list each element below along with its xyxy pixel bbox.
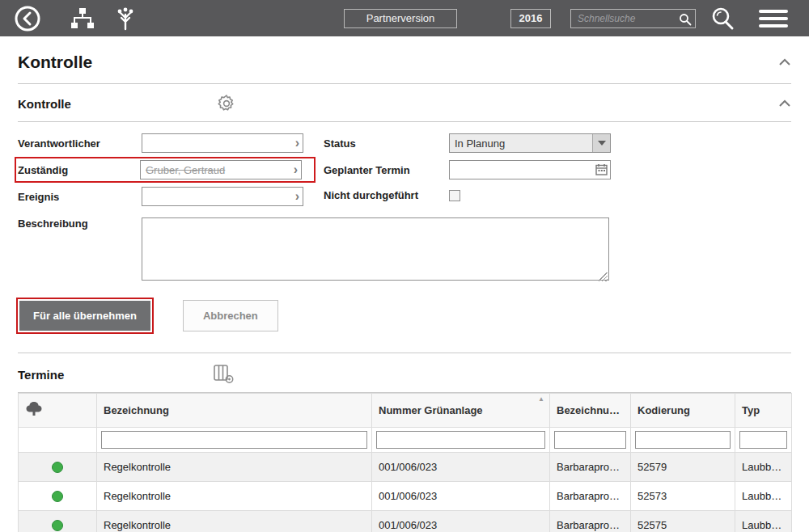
quick-search-input[interactable] bbox=[571, 13, 722, 24]
cell-kodierung[interactable]: 52573 bbox=[631, 482, 735, 511]
verantwortlicher-label: Verantwortlicher bbox=[18, 137, 142, 150]
page-title: Kontrolle bbox=[18, 53, 92, 72]
termine-section-header: Termine bbox=[18, 353, 791, 393]
menu-icon[interactable] bbox=[759, 10, 788, 27]
nicht-durchgefuehrt-checkbox[interactable] bbox=[449, 190, 460, 201]
tree-icon[interactable] bbox=[113, 6, 138, 31]
tree-crown-icon bbox=[25, 407, 43, 420]
status-select[interactable]: In Planung bbox=[449, 133, 611, 153]
col-header-bezeichnung2[interactable]: Bezeichnung ... bbox=[550, 394, 631, 428]
zustaendig-row-highlighted: Zuständig › bbox=[15, 157, 316, 183]
status-row: Status In Planung bbox=[324, 133, 631, 153]
page-content: Kontrolle Kontrolle Verantwortlicher › bbox=[0, 36, 809, 532]
status-green-icon bbox=[52, 462, 63, 473]
apply-all-button[interactable]: Für alle übernehmen bbox=[19, 301, 150, 331]
termine-table-body: Regelkontrolle 001/006/023 Barbaraprom..… bbox=[19, 453, 792, 532]
nicht-durchgefuehrt-row: Nicht durchgeführt bbox=[324, 189, 631, 201]
cancel-button[interactable]: Abbrechen bbox=[183, 300, 278, 331]
form-buttons: Für alle übernehmen Abbrechen bbox=[18, 300, 791, 331]
beschreibung-label: Beschreibung bbox=[18, 217, 142, 230]
filter-bezeichnung2-input[interactable] bbox=[554, 431, 626, 449]
cell-bezeichnung2[interactable]: Barbaraprom... bbox=[550, 482, 631, 511]
kontrolle-section-title: Kontrolle bbox=[18, 97, 71, 111]
quick-search bbox=[570, 9, 696, 28]
gear-icon[interactable] bbox=[217, 94, 236, 113]
col-header-typ[interactable]: Typ bbox=[735, 394, 792, 428]
status-dropdown-icon[interactable] bbox=[592, 134, 610, 152]
table-row[interactable]: Regelkontrolle 001/006/023 Barbaraprom..… bbox=[19, 511, 792, 532]
termine-table: Bezeichnung Nummer Grünanlage ▲ Bezeichn… bbox=[18, 393, 792, 532]
sort-ascending-icon[interactable]: ▲ bbox=[538, 395, 544, 403]
zustaendig-input[interactable] bbox=[140, 160, 302, 179]
geplanter-termin-label: Geplanter Termin bbox=[324, 164, 449, 176]
table-row[interactable]: Regelkontrolle 001/006/023 Barbaraprom..… bbox=[19, 482, 792, 511]
verantwortlicher-lookup-icon[interactable]: › bbox=[295, 134, 299, 152]
cell-nummer[interactable]: 001/006/023 bbox=[372, 511, 550, 532]
cell-typ[interactable]: Laubbaum bbox=[735, 511, 792, 532]
org-chart-icon[interactable] bbox=[70, 7, 95, 30]
cell-bezeichnung[interactable]: Regelkontrolle bbox=[97, 453, 372, 482]
zustaendig-label: Zuständig bbox=[18, 164, 140, 176]
filter-typ-input[interactable] bbox=[739, 431, 787, 449]
page-header: Kontrolle bbox=[18, 36, 791, 84]
cell-kodierung[interactable]: 52575 bbox=[631, 511, 735, 532]
year-button[interactable]: 2016 bbox=[510, 9, 551, 28]
status-green-icon bbox=[52, 520, 63, 531]
table-row[interactable]: Regelkontrolle 001/006/023 Barbaraprom..… bbox=[19, 453, 792, 482]
verantwortlicher-input[interactable] bbox=[142, 133, 303, 153]
top-bar: Partnerversion 2016 bbox=[0, 0, 809, 36]
zustaendig-lookup-icon[interactable]: › bbox=[294, 161, 298, 179]
termine-section-title: Termine bbox=[18, 368, 64, 382]
col-header-bezeichnung[interactable]: Bezeichnung bbox=[97, 394, 372, 428]
col-header-nummer[interactable]: Nummer Grünanlage ▲ bbox=[372, 394, 550, 428]
cell-nummer[interactable]: 001/006/023 bbox=[372, 453, 550, 482]
cell-bezeichnung2[interactable]: Barbaraprom... bbox=[550, 453, 631, 482]
partnerversion-button[interactable]: Partnerversion bbox=[344, 9, 457, 28]
calendar-icon[interactable] bbox=[595, 163, 608, 179]
verantwortlicher-row: Verantwortlicher › bbox=[18, 133, 317, 153]
geplanter-termin-input[interactable] bbox=[449, 160, 611, 179]
collapse-kontrolle-icon[interactable] bbox=[778, 99, 791, 108]
status-column-header[interactable] bbox=[19, 394, 97, 428]
column-settings-icon[interactable] bbox=[214, 365, 235, 384]
collapse-page-icon[interactable] bbox=[778, 58, 791, 66]
search-icon[interactable] bbox=[679, 13, 692, 29]
cell-typ[interactable]: Laubbaum bbox=[735, 482, 792, 511]
nicht-durchgefuehrt-label: Nicht durchgeführt bbox=[324, 189, 449, 201]
back-icon[interactable] bbox=[13, 4, 42, 33]
filter-nummer-input[interactable] bbox=[376, 431, 545, 449]
termine-filter-row bbox=[19, 428, 792, 453]
cell-bezeichnung[interactable]: Regelkontrolle bbox=[97, 511, 372, 532]
ereignis-lookup-icon[interactable]: › bbox=[295, 188, 299, 205]
beschreibung-row: Beschreibung bbox=[18, 217, 317, 284]
termine-header-row: Bezeichnung Nummer Grünanlage ▲ Bezeichn… bbox=[19, 394, 792, 428]
kontrolle-form: Verantwortlicher › Zuständig › Ereignis … bbox=[18, 122, 791, 276]
filter-bezeichnung-input[interactable] bbox=[101, 431, 367, 449]
cell-nummer[interactable]: 001/006/023 bbox=[372, 482, 550, 511]
beschreibung-textarea[interactable] bbox=[142, 217, 609, 281]
ereignis-label: Ereignis bbox=[18, 191, 142, 203]
cell-bezeichnung[interactable]: Regelkontrolle bbox=[97, 482, 372, 511]
status-green-icon bbox=[52, 491, 63, 502]
cell-kodierung[interactable]: 52579 bbox=[631, 453, 735, 482]
status-label: Status bbox=[324, 137, 449, 150]
ereignis-input[interactable] bbox=[142, 187, 303, 206]
filter-kodierung-input[interactable] bbox=[635, 431, 731, 449]
geplanter-termin-row: Geplanter Termin bbox=[324, 160, 631, 179]
col-header-kodierung[interactable]: Kodierung bbox=[631, 394, 735, 428]
cell-typ[interactable]: Laubbaum bbox=[735, 453, 792, 482]
kontrolle-section-header: Kontrolle bbox=[18, 84, 791, 122]
ereignis-row: Ereignis › bbox=[18, 187, 317, 206]
cell-bezeichnung2[interactable]: Barbaraprom... bbox=[550, 511, 631, 532]
status-selected-value: In Planung bbox=[450, 137, 592, 150]
